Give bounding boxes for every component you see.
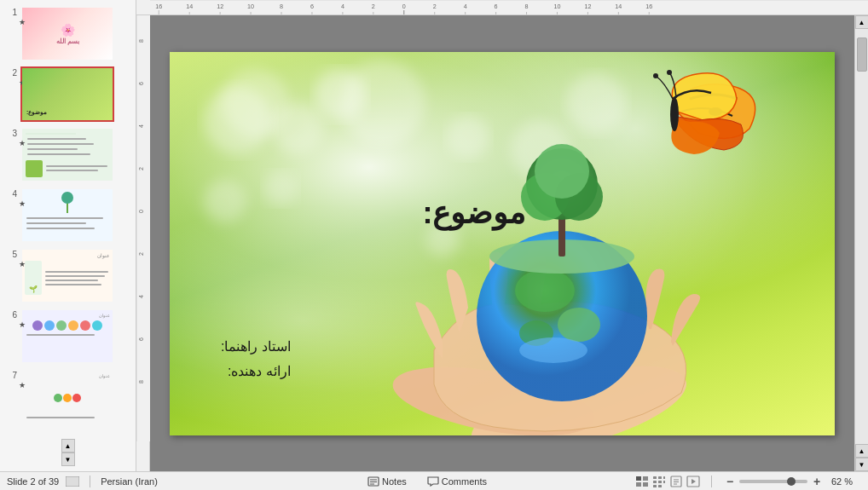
svg-rect-85 <box>663 481 665 483</box>
scroll-thumb[interactable] <box>857 37 867 72</box>
svg-rect-77 <box>643 476 648 481</box>
status-left-section: Slide 2 of 39 Persian (Iran) <box>7 476 220 487</box>
scroll-up-button[interactable]: ▲ <box>855 15 869 29</box>
slide-thumbnail-5: عنوان 🌱 <box>20 248 114 303</box>
svg-rect-71 <box>67 477 78 486</box>
svg-text:8: 8 <box>280 3 283 10</box>
notes-label: Notes <box>382 476 407 487</box>
scroll-down-button-1[interactable]: ▲ <box>855 444 869 458</box>
view-icons-group <box>634 474 701 489</box>
svg-text:2: 2 <box>433 3 437 10</box>
svg-text:4: 4 <box>138 124 144 128</box>
svg-point-50 <box>447 116 489 159</box>
svg-text:14: 14 <box>186 3 193 10</box>
slide-thumb-5[interactable]: 5 ★ عنوان 🌱 <box>7 248 129 303</box>
slide-thumbnail-6: عنوان <box>20 308 114 364</box>
slide-star-6: ★ <box>19 320 26 329</box>
zoom-slider[interactable] <box>739 480 807 483</box>
notes-button[interactable]: Notes <box>364 476 410 487</box>
reading-view-icon <box>669 476 683 487</box>
ruler-left-svg: 8 6 4 2 0 2 4 6 8 <box>136 15 150 471</box>
svg-rect-80 <box>653 476 657 479</box>
svg-point-51 <box>263 171 298 205</box>
zoom-minus-button[interactable]: − <box>722 474 738 489</box>
slide-panel: 1 ★ 🌸 بسم الله 2 ★ موضوع: <box>0 0 136 471</box>
slide-thumbnail-2: موضوع: <box>20 66 114 122</box>
slide-thumbnail-1: 🌸 بسم الله <box>20 6 114 61</box>
svg-rect-84 <box>658 481 662 483</box>
language-indicator: Persian (Iran) <box>101 476 158 487</box>
svg-point-48 <box>204 86 272 154</box>
scroll-down-button-2[interactable]: ▼ <box>855 458 869 471</box>
comments-icon <box>427 476 439 487</box>
svg-text:6: 6 <box>310 3 314 10</box>
zoom-slider-thumb[interactable] <box>787 477 796 486</box>
slide-thumbnail-7: عنوان <box>20 369 114 424</box>
status-center-section: Notes Comments <box>220 476 634 487</box>
panel-scroll-up[interactable]: ▲ <box>61 439 75 453</box>
comments-button[interactable]: Comments <box>424 476 490 487</box>
svg-rect-81 <box>658 476 662 479</box>
separator-1 <box>90 476 90 487</box>
svg-text:8: 8 <box>525 3 529 10</box>
status-bar: Slide 2 of 39 Persian (Iran) Notes <box>0 471 868 490</box>
slide-sorter-icon <box>652 476 666 487</box>
slide-sorter-button[interactable] <box>651 474 667 489</box>
slide-num-5: 5 <box>7 248 17 259</box>
slide-num-6: 6 <box>7 308 17 320</box>
instructor-label: استاد راهنما: <box>221 335 291 360</box>
slide-thumb-2[interactable]: 2 ★ موضوع: <box>7 66 129 122</box>
presenter-label: ارائه دهنده: <box>221 360 291 384</box>
ruler-left: 8 6 4 2 0 2 4 6 8 <box>136 15 150 471</box>
svg-rect-86 <box>653 485 657 487</box>
panel-scroll-down[interactable]: ▼ <box>61 453 75 466</box>
reading-view-button[interactable] <box>668 474 684 489</box>
svg-text:2: 2 <box>138 167 144 170</box>
svg-point-69 <box>667 70 672 75</box>
svg-marker-93 <box>692 479 696 484</box>
svg-rect-82 <box>663 476 665 479</box>
main-area: 1 ★ 🌸 بسم الله 2 ★ موضوع: <box>0 0 868 471</box>
slide-thumb-3[interactable]: 3 ★ <box>7 127 129 182</box>
ruler-top: 16 14 12 10 8 6 4 2 0 <box>136 0 868 15</box>
ruler-top-svg: 16 14 12 10 8 6 4 2 0 <box>150 0 868 15</box>
svg-text:4: 4 <box>464 3 467 10</box>
slide-thumb-1[interactable]: 1 ★ 🌸 بسم الله <box>7 6 129 61</box>
svg-rect-76 <box>636 476 641 481</box>
svg-rect-0 <box>150 0 868 15</box>
svg-point-56 <box>515 269 575 312</box>
svg-text:8: 8 <box>138 39 144 43</box>
svg-rect-37 <box>136 15 150 441</box>
slide-layout-indicator[interactable] <box>66 476 79 487</box>
slide-canvas[interactable]: موضوع: استاد راهنما: ارائه دهنده: <box>170 52 835 435</box>
slide-info: Slide 2 of 39 <box>7 476 59 487</box>
slide-bottom-text: استاد راهنما: ارائه دهنده: <box>221 335 291 384</box>
slide-star-3: ★ <box>19 139 26 147</box>
svg-text:12: 12 <box>584 3 591 10</box>
slide-thumb-6[interactable]: 6 ★ عنوان <box>7 308 129 364</box>
slide-num-2: 2 <box>7 66 17 78</box>
svg-text:0: 0 <box>138 210 144 213</box>
scroll-track[interactable] <box>856 29 868 444</box>
svg-rect-79 <box>643 482 648 487</box>
normal-view-button[interactable] <box>634 474 650 489</box>
slide-thumb-7[interactable]: 7 ★ عنوان <box>7 369 129 424</box>
slide-layout-icon <box>66 476 79 487</box>
slide-star-7: ★ <box>19 381 26 389</box>
vertical-scrollbar: ▲ ▲ ▼ <box>854 15 868 471</box>
separator-2 <box>711 476 712 487</box>
zoom-plus-button[interactable]: + <box>809 474 825 489</box>
slide-thumb-4[interactable]: 4 ★ <box>7 187 129 243</box>
svg-text:6: 6 <box>495 3 498 10</box>
normal-view-icon <box>635 476 649 487</box>
slide-num-4: 4 <box>7 187 17 199</box>
svg-point-65 <box>535 144 589 199</box>
slide-thumbnail-4 <box>20 187 114 243</box>
svg-text:12: 12 <box>217 3 223 10</box>
slideshow-button[interactable] <box>686 474 701 489</box>
slide-star-5: ★ <box>19 260 26 268</box>
slide-star-1: ★ <box>19 18 26 26</box>
svg-point-57 <box>558 308 600 342</box>
slide-thumbnail-3 <box>20 127 114 182</box>
svg-rect-83 <box>653 481 657 483</box>
